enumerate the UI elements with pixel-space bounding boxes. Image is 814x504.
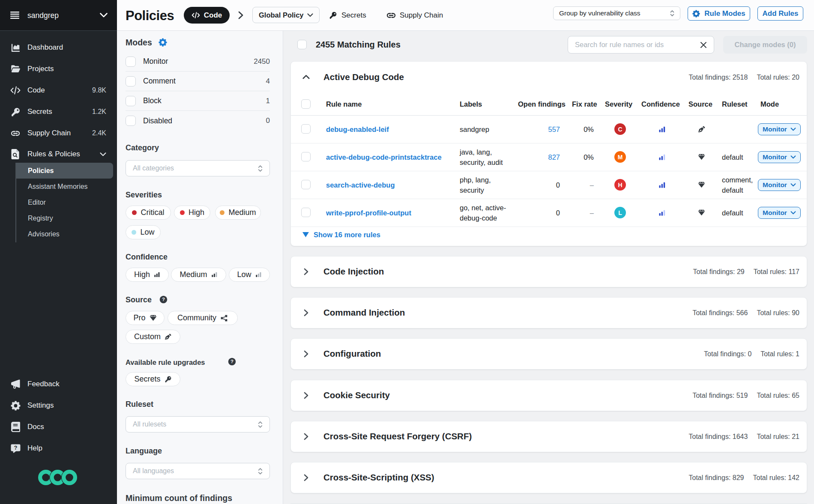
svg-text:?: ? [14,444,17,450]
